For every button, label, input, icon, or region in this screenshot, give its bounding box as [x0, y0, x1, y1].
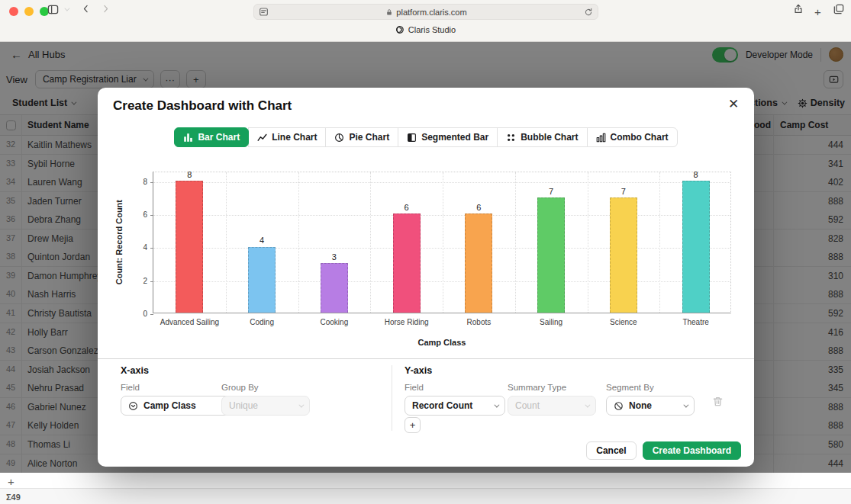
y-tick-mark: [150, 314, 153, 315]
modal-title: Create Dashboard with Chart: [113, 98, 292, 114]
address-bar[interactable]: platform.claris.com: [253, 4, 598, 20]
y-tick-label: 2: [132, 277, 147, 285]
bubble-chart-icon: [506, 133, 516, 143]
chart-tab-line-chart[interactable]: Line Chart: [248, 127, 326, 147]
bar-chart-icon: [183, 133, 193, 143]
x-field-value: Camp Class: [143, 400, 220, 411]
chart-tab-pie-chart[interactable]: Pie Chart: [325, 127, 398, 147]
share-icon[interactable]: [793, 4, 804, 14]
x-tick-label: Robots: [443, 318, 515, 326]
x-tick-label: Theatre: [659, 318, 732, 326]
bar-value-label: 6: [456, 203, 501, 212]
x-field-label: Field: [121, 383, 140, 392]
new-tab-icon[interactable]: +: [814, 5, 821, 18]
gridline: [515, 172, 516, 313]
bar-value-label: 3: [311, 252, 357, 262]
bar-chart-plot: 0 2 4 6 8 8 Advanced Sailing 4 Coding 3 …: [153, 172, 731, 313]
gridline: [370, 172, 371, 313]
bar-theatre[interactable]: [682, 181, 710, 313]
chart-tab-bar-chart[interactable]: Bar Chart: [174, 127, 249, 147]
bar-science[interactable]: [610, 197, 637, 313]
bar-sailing[interactable]: [537, 197, 565, 313]
segment-by-value: None: [629, 400, 678, 411]
sidebar-icon[interactable]: [47, 4, 59, 15]
bar-value-label: 6: [384, 203, 430, 212]
gridline: [153, 281, 730, 282]
segmented-bar-icon: [407, 133, 417, 143]
group-by-label: Group By: [221, 383, 259, 392]
gridline: [153, 182, 730, 183]
gridline: [298, 172, 299, 313]
bar-value-label: 7: [528, 187, 574, 196]
bar-value-label: 8: [166, 170, 212, 179]
browser-chrome: platform.claris.com + Claris Studio: [0, 0, 851, 42]
chevron-down-icon[interactable]: [64, 8, 68, 11]
divider: [392, 365, 392, 431]
y-tick-label: 0: [132, 310, 147, 318]
gridline: [153, 248, 730, 249]
bar-cooking[interactable]: [321, 263, 348, 313]
reload-icon[interactable]: [584, 8, 593, 17]
y-tick-label: 8: [132, 178, 147, 186]
pie-chart-icon: [334, 133, 344, 143]
y-field-dropdown[interactable]: Record Count: [405, 396, 505, 416]
trash-icon[interactable]: [712, 396, 724, 407]
x-axis-title: Camp Class: [153, 338, 731, 347]
y-tick-mark: [150, 248, 153, 249]
x-tick-label: Horse Riding: [370, 318, 443, 326]
y-tick-mark: [150, 215, 153, 216]
chart-type-tabs: Bar ChartLine ChartPie ChartSegmented Ba…: [98, 127, 754, 147]
gridline: [443, 172, 443, 313]
bar-horse-riding[interactable]: [393, 213, 421, 313]
x-axis-section-heading: X-axis: [121, 365, 149, 376]
add-y-field-button[interactable]: +: [405, 417, 421, 433]
window-controls[interactable]: [9, 7, 49, 16]
summary-type-value: Count: [515, 400, 579, 411]
page-settings-icon[interactable]: [259, 7, 269, 17]
tab-title-text: Claris Studio: [408, 25, 456, 34]
close-icon[interactable]: ✕: [725, 95, 742, 112]
y-tick-mark: [150, 182, 153, 183]
bar-robots[interactable]: [465, 213, 492, 313]
minimize-window-icon[interactable]: [24, 7, 34, 16]
lock-icon: [385, 8, 393, 16]
bar-value-label: 7: [601, 187, 646, 196]
cancel-button[interactable]: Cancel: [586, 441, 636, 460]
chart-tab-bubble-chart[interactable]: Bubble Chart: [497, 127, 587, 147]
screen: platform.claris.com + Claris Studio ← Al…: [0, 0, 851, 504]
url-text: platform.claris.com: [396, 8, 466, 17]
gridline: [226, 172, 227, 313]
y-tick-mark: [150, 281, 153, 282]
bar-advanced-sailing[interactable]: [176, 181, 203, 313]
gridline: [588, 172, 588, 313]
summary-type-label: Summary Type: [508, 383, 566, 392]
forward-icon[interactable]: [101, 4, 111, 14]
segment-by-dropdown[interactable]: None: [606, 396, 695, 416]
gridline: [153, 215, 730, 216]
summary-row: Σ49: [0, 488, 851, 504]
add-row-button[interactable]: +: [8, 475, 15, 488]
group-by-dropdown: Unique: [221, 396, 310, 416]
combo-chart-icon: [596, 133, 606, 143]
bar-coding[interactable]: [248, 247, 276, 313]
chart-tab-combo-chart[interactable]: Combo Chart: [587, 127, 678, 147]
y-axis-title: Count: Record Count: [114, 172, 124, 313]
x-tick-label: Coding: [226, 318, 298, 326]
chart-tab-segmented-bar[interactable]: Segmented Bar: [398, 127, 498, 147]
tab-overview-icon[interactable]: [833, 4, 844, 14]
x-tick-label: Advanced Sailing: [153, 318, 226, 326]
x-tick-label: Cooking: [298, 318, 370, 326]
record-count-summary: Σ49: [6, 493, 21, 502]
back-icon[interactable]: [81, 4, 91, 14]
select-field-type-icon: [128, 401, 138, 411]
close-window-icon[interactable]: [9, 7, 18, 16]
group-by-value: Unique: [229, 400, 293, 411]
browser-tab[interactable]: Claris Studio: [0, 25, 851, 34]
x-field-dropdown[interactable]: Camp Class: [121, 396, 237, 416]
y-axis-section-heading: Y-axis: [405, 365, 432, 376]
y-field-label: Field: [405, 383, 424, 392]
y-field-value: Record Count: [412, 400, 488, 411]
segment-by-label: Segment By: [606, 383, 654, 392]
divider: [98, 358, 754, 359]
create-dashboard-button[interactable]: Create Dashboard: [643, 441, 741, 460]
